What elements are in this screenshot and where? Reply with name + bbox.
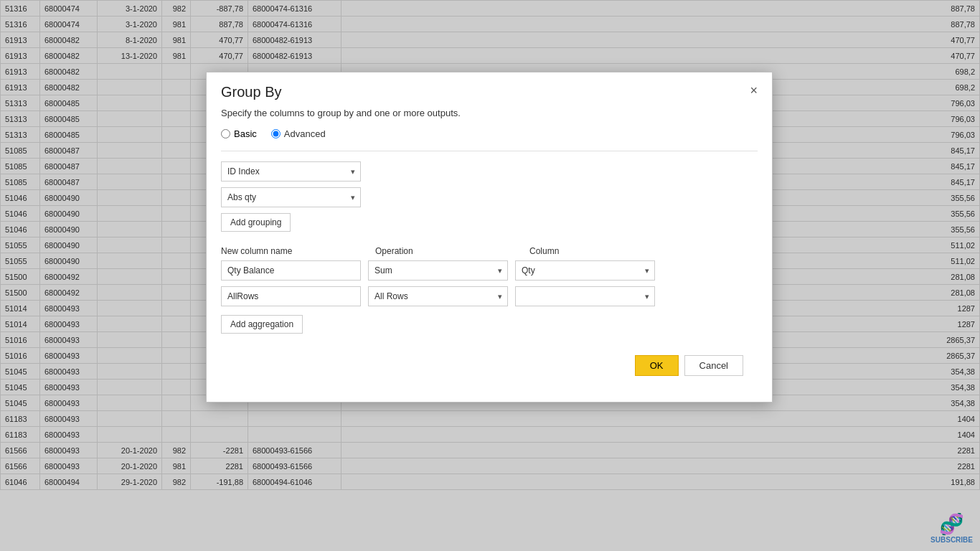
grouping-dropdown-wrapper-2: ID Index Abs qty Qty Balance Qty — [221, 187, 361, 207]
cancel-button[interactable]: Cancel — [684, 355, 743, 376]
agg-header-new-col: New column name — [221, 246, 361, 256]
aggregation-header: New column name Operation Column — [221, 246, 758, 256]
agg-column-wrapper-1: Qty ID Index Abs qty — [515, 260, 655, 281]
add-grouping-button[interactable]: Add grouping — [221, 213, 291, 232]
aggregation-row-2: Sum Average Min Max Count All Rows Qty I… — [221, 286, 758, 306]
agg-column-wrapper-2: Qty ID Index Abs qty — [515, 286, 655, 306]
agg-operation-select-1[interactable]: Sum Average Min Max Count All Rows — [368, 260, 508, 281]
add-aggregation-button[interactable]: Add aggregation — [221, 315, 303, 334]
agg-column-select-2[interactable]: Qty ID Index Abs qty — [515, 286, 655, 306]
modal-description: Specify the columns to group by and one … — [221, 108, 758, 118]
agg-header-column: Column — [529, 246, 669, 256]
agg-header-operation: Operation — [375, 246, 515, 256]
radio-advanced-option[interactable]: Advanced — [271, 128, 326, 139]
group-by-modal: Group By × Specify the columns to group … — [206, 72, 773, 402]
add-grouping-row: Add grouping — [221, 213, 758, 232]
modal-title: Group By — [221, 84, 281, 100]
aggregation-section: New column name Operation Column Sum Ave… — [221, 246, 758, 334]
agg-operation-select-2[interactable]: Sum Average Min Max Count All Rows — [368, 286, 508, 306]
modal-body: Specify the columns to group by and one … — [207, 108, 772, 402]
radio-advanced-label: Advanced — [284, 128, 326, 139]
agg-column-select-1[interactable]: Qty ID Index Abs qty — [515, 260, 655, 281]
agg-new-col-input-1[interactable] — [221, 260, 361, 281]
radio-group: Basic Advanced — [221, 128, 758, 139]
radio-basic-label: Basic — [234, 128, 257, 139]
grouping-dropdown-wrapper-1: ID Index Abs qty Qty Balance Qty — [221, 161, 361, 182]
radio-advanced-input[interactable] — [271, 129, 281, 138]
grouping-dropdown-1[interactable]: ID Index Abs qty Qty Balance Qty — [221, 161, 361, 182]
agg-operation-wrapper-2: Sum Average Min Max Count All Rows — [368, 286, 508, 306]
divider — [221, 151, 758, 151]
add-aggregation-row: Add aggregation — [221, 312, 758, 334]
grouping-row-2: ID Index Abs qty Qty Balance Qty — [221, 187, 758, 207]
grouping-dropdown-2[interactable]: ID Index Abs qty Qty Balance Qty — [221, 187, 361, 207]
radio-basic-input[interactable] — [221, 129, 230, 138]
modal-close-button[interactable]: × — [750, 84, 758, 97]
radio-basic-option[interactable]: Basic — [221, 128, 257, 139]
aggregation-row-1: Sum Average Min Max Count All Rows Qty I… — [221, 260, 758, 281]
agg-new-col-input-2[interactable] — [221, 286, 361, 306]
ok-button[interactable]: OK — [635, 355, 679, 376]
agg-operation-wrapper-1: Sum Average Min Max Count All Rows — [368, 260, 508, 281]
modal-footer: OK Cancel — [221, 348, 758, 387]
modal-header: Group By × — [207, 72, 772, 108]
grouping-row-1: ID Index Abs qty Qty Balance Qty — [221, 161, 758, 182]
grouping-section: ID Index Abs qty Qty Balance Qty ID Inde… — [221, 161, 758, 232]
